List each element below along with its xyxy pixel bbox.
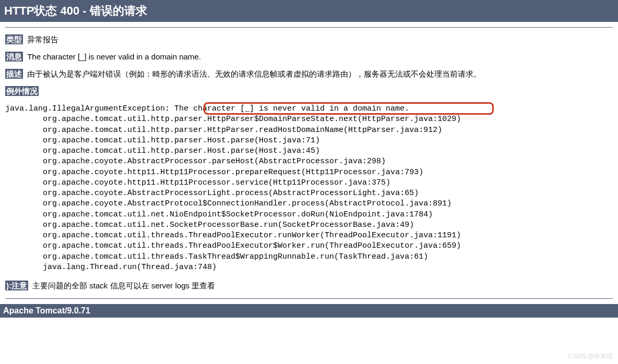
divider-bottom <box>5 298 613 299</box>
stacktrace-line-11: org.apache.tomcat.util.net.SocketProcess… <box>43 221 414 229</box>
content-area: 类型 异常报告 消息 The character [_] is never va… <box>0 35 618 291</box>
description-value: 由于被认为是客户端对错误（例如：畸形的请求语法、无效的请求信息帧或者虚拟的请求路… <box>27 69 481 78</box>
note-row: ):注意 主要问题的全部 stack 信息可以在 server logs 里查看 <box>5 281 613 291</box>
message-value: The character [_] is never valid in a do… <box>27 52 201 61</box>
stacktrace-line-12: org.apache.tomcat.util.threads.ThreadPoo… <box>43 231 461 240</box>
exception-label: 例外情况 <box>5 86 39 96</box>
type-value: 异常报告 <box>27 35 58 44</box>
stacktrace-block: java.lang.IllegalArgumentException: The … <box>5 104 613 273</box>
stacktrace-line-15: java.lang.Thread.run(Thread.java:748) <box>43 263 217 272</box>
stacktrace-line-5: org.apache.coyote.AbstractProcessor.pars… <box>43 157 386 166</box>
stacktrace-line-7: org.apache.coyote.http11.Http11Processor… <box>43 178 390 187</box>
stacktrace-line-8: org.apache.coyote.AbstractProcessorLight… <box>43 189 419 198</box>
server-name: Apache Tomcat/9.0.71 <box>3 306 90 315</box>
exception-row: 例外情况 <box>5 87 613 96</box>
note-value: 主要问题的全部 stack 信息可以在 server logs 里查看 <box>32 281 215 290</box>
message-label: 消息 <box>5 52 23 62</box>
type-row: 类型 异常报告 <box>5 35 613 45</box>
note-label: ):注意 <box>5 281 28 290</box>
stacktrace-line-6: org.apache.coyote.http11.Http11Processor… <box>43 168 423 177</box>
stacktrace-line-3: org.apache.tomcat.util.http.parser.Host.… <box>43 136 320 145</box>
page-title: HTTP状态 400 - 错误的请求 <box>4 4 147 17</box>
description-row: 描述 由于被认为是客户端对错误（例如：畸形的请求语法、无效的请求信息帧或者虚拟的… <box>5 69 613 79</box>
stacktrace-line-10: org.apache.tomcat.util.net.NioEndpoint$S… <box>43 210 433 219</box>
message-row: 消息 The character [_] is never valid in a… <box>5 52 613 62</box>
divider-top <box>5 27 613 28</box>
stacktrace-line-9: org.apache.coyote.AbstractProtocol$Conne… <box>43 199 451 208</box>
page-title-bar: HTTP状态 400 - 错误的请求 <box>0 0 618 22</box>
stacktrace-line-13: org.apache.tomcat.util.threads.ThreadPoo… <box>43 241 461 250</box>
stacktrace-line-0: java.lang.IllegalArgumentException: The … <box>5 104 409 113</box>
type-label: 类型 <box>5 34 23 44</box>
server-footer: Apache Tomcat/9.0.71 <box>0 304 618 318</box>
stacktrace-line-4: org.apache.tomcat.util.http.parser.Host.… <box>43 147 320 155</box>
description-label: 描述 <box>5 69 23 79</box>
stacktrace-line-1: org.apache.tomcat.util.http.parser.HttpP… <box>43 115 461 124</box>
stacktrace-line-2: org.apache.tomcat.util.http.parser.HttpP… <box>43 126 442 135</box>
stacktrace-line-14: org.apache.tomcat.util.threads.TaskThrea… <box>43 252 428 261</box>
